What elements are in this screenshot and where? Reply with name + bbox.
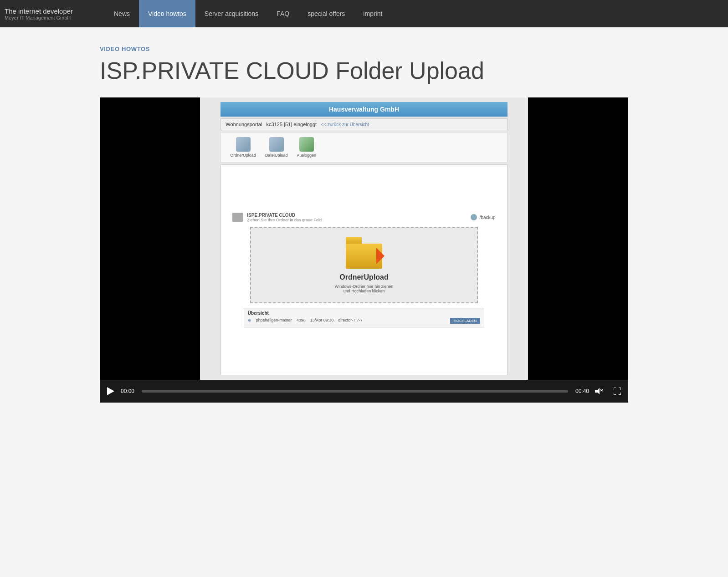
table-header: Übersicht — [248, 311, 481, 316]
nav-item-imprint[interactable]: imprint — [354, 0, 391, 27]
cloud-title: ISPE.PRIVATE CLOUD — [247, 213, 322, 218]
cloud-path: /backup — [480, 215, 496, 220]
page-content: VIDEO HOWTOS ISP.PRIVATE CLOUD Folder Up… — [91, 27, 637, 430]
breadcrumb[interactable]: VIDEO HOWTOS — [100, 46, 628, 52]
video-center-content: Hausverwaltung GmbH Wohnungsportal kc312… — [200, 97, 528, 380]
progress-bar[interactable] — [142, 390, 568, 393]
icon-datei-label: DateiUpload — [265, 153, 288, 158]
cloud-header: ISPE.PRIVATE CLOUD Ziehen Sie Ihre Ordne… — [230, 213, 497, 222]
cloud-thumbnail — [232, 213, 243, 222]
video-screen[interactable]: Hausverwaltung GmbH Wohnungsportal kc312… — [100, 97, 628, 380]
main-app-area: ISPE.PRIVATE CLOUD Ziehen Sie Ihre Ordne… — [220, 164, 507, 375]
nav-link-video-howtos[interactable]: Video howtos — [139, 0, 195, 27]
portal-bar: Wohnungsportal kc3125 [51] eingeloggt <<… — [220, 118, 507, 130]
mute-button[interactable] — [593, 385, 605, 398]
icons-row: OrdnerUpload DateiUpload Ausloggen — [220, 132, 507, 163]
nav-link-faq[interactable]: FAQ — [267, 0, 298, 27]
portal-title: Wohnungsportal — [226, 122, 262, 127]
play-button[interactable] — [104, 385, 117, 398]
file-table: Übersicht ⊕ phpshellgen-master 4096 13/A… — [244, 308, 485, 327]
row-icon: ⊕ — [248, 318, 251, 324]
ordner-upload-icon — [236, 137, 251, 152]
video-sidebar-right — [528, 97, 628, 380]
upload-subtitle-2: und Hochladen klicken — [343, 289, 385, 293]
speaker-icon — [595, 388, 603, 394]
time-current: 00:00 — [121, 388, 138, 394]
icon-datei-upload: DateiUpload — [265, 137, 288, 158]
nav-items: News Video howtos Server acquisitions FA… — [105, 0, 391, 27]
page-title: ISP.PRIVATE CLOUD Folder Upload — [100, 58, 628, 84]
nav-item-special-offers[interactable]: special offers — [298, 0, 354, 27]
upload-drop-zone[interactable]: OrdnerUpload Windows-Ordner hier hin zie… — [250, 227, 477, 303]
row-date: 13/Apr 09:30 — [310, 318, 334, 324]
nav-link-imprint[interactable]: imprint — [354, 0, 391, 27]
row-size: 4096 — [297, 318, 306, 324]
video-sidebar-left — [100, 97, 200, 380]
nav-item-news[interactable]: News — [105, 0, 139, 27]
nav-item-faq[interactable]: FAQ — [267, 0, 298, 27]
fullscreen-icon — [614, 388, 621, 395]
refresh-icon — [471, 214, 477, 220]
row-type: director-7.7-7 — [338, 318, 363, 324]
upload-button[interactable]: HOCHLADEN — [450, 318, 480, 324]
brand-title: The internet developer — [5, 7, 96, 15]
nav-item-server-acquisitions[interactable]: Server acquisitions — [195, 0, 267, 27]
nav-link-news[interactable]: News — [105, 0, 139, 27]
play-icon — [107, 387, 114, 395]
fullscreen-button[interactable] — [611, 385, 624, 398]
app-header-text: Hausverwaltung GmbH — [329, 106, 399, 113]
time-total: 00:40 — [572, 388, 589, 394]
nav-item-video-howtos[interactable]: Video howtos — [139, 0, 195, 27]
folder-arrow — [376, 248, 385, 264]
folder-upload-icon — [346, 237, 382, 269]
icon-ausloggen-label: Ausloggen — [297, 153, 316, 158]
video-player: Hausverwaltung GmbH Wohnungsportal kc312… — [100, 97, 628, 403]
portal-link: << zurück zur Übersicht — [321, 122, 369, 127]
nav-link-special-offers[interactable]: special offers — [298, 0, 354, 27]
video-controls: 00:00 00:40 — [100, 380, 628, 403]
icon-ausloggen: Ausloggen — [297, 137, 316, 158]
datei-upload-icon — [269, 137, 284, 152]
nav-link-server-acquisitions[interactable]: Server acquisitions — [195, 0, 267, 27]
cloud-subtitle: Ziehen Sie Ihre Ordner in das graue Feld — [247, 218, 322, 222]
svg-marker-0 — [595, 388, 600, 394]
upload-subtitle-1: Windows-Ordner hier hin ziehen — [335, 284, 394, 289]
upload-title: OrdnerUpload — [339, 273, 389, 281]
brand: The internet developer Meyer IT Manageme… — [5, 7, 96, 20]
table-row: ⊕ phpshellgen-master 4096 13/Apr 09:30 d… — [248, 317, 481, 325]
portal-user: kc3125 [51] eingeloggt — [266, 122, 317, 127]
icon-ordner-label: OrdnerUpload — [230, 153, 256, 158]
icon-ordner-upload: OrdnerUpload — [230, 137, 256, 158]
brand-subtitle: Meyer IT Management GmbH — [5, 15, 96, 20]
main-nav: The internet developer Meyer IT Manageme… — [0, 0, 728, 27]
app-header: Hausverwaltung GmbH — [220, 102, 507, 117]
row-name: phpshellgen-master — [256, 318, 292, 324]
ausloggen-icon — [299, 137, 314, 152]
